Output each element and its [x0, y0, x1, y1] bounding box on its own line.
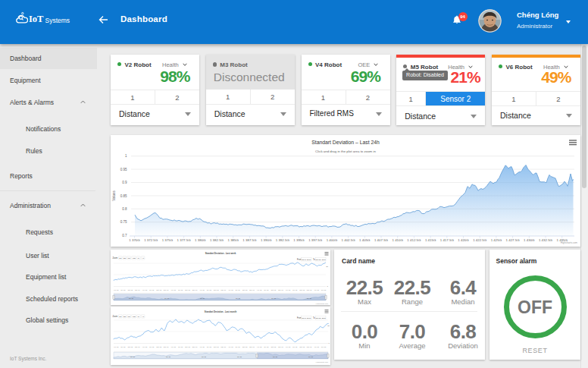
- svg-text:Apr '15: Apr '15: [314, 289, 320, 291]
- svg-text:6m: 6m: [128, 316, 130, 317]
- svg-text:Apr '15: Apr '15: [114, 346, 120, 348]
- svg-text:Jul '15: Jul '15: [120, 346, 126, 348]
- svg-text:Apr '15: Apr '15: [285, 289, 291, 291]
- svg-text:0.95: 0.95: [120, 168, 127, 171]
- svg-text:1 385G: 1 385G: [227, 238, 239, 242]
- svg-text:Apr '15: Apr '15: [142, 289, 148, 291]
- svg-text:1 412.5G: 1 412.5G: [407, 238, 421, 242]
- svg-text:Jan '16: Jan '16: [220, 346, 227, 348]
- svg-text:Jan '16: Jan '16: [135, 289, 141, 291]
- svg-text:1 410G: 1 410G: [392, 238, 403, 242]
- svg-text:Highcharts.com: Highcharts.com: [315, 361, 328, 363]
- svg-text:Jan '16: Jan '16: [164, 346, 170, 348]
- svg-text:Oct '15: Oct '15: [185, 289, 191, 291]
- svg-text:Jan '16: Jan '16: [192, 289, 198, 291]
- svg-text:Jan '16: Jan '16: [278, 289, 284, 291]
- svg-text:Jul '15: Jul '15: [130, 356, 136, 357]
- svg-text:Jul '15: Jul '15: [207, 289, 212, 291]
- svg-text:Oct '15: Oct '15: [214, 289, 220, 291]
- svg-text:0.7: 0.7: [122, 234, 127, 237]
- svg-text:0: 0: [329, 342, 330, 344]
- svg-text:Oct '15: Oct '15: [299, 346, 305, 348]
- svg-text:Apr '15: Apr '15: [228, 289, 234, 291]
- svg-text:Zoom: Zoom: [113, 256, 118, 259]
- svg-text:Apr '15: Apr '15: [285, 346, 291, 348]
- svg-text:Oct '15: Oct '15: [242, 346, 249, 348]
- svg-text:Jan '16: Jan '16: [164, 289, 170, 291]
- svg-text:Jul '15: Jul '15: [273, 356, 278, 357]
- svg-text:1 395G: 1 395G: [293, 238, 305, 242]
- svg-text:Oct '15: Oct '15: [185, 346, 191, 348]
- svg-text:Jul '15: Jul '15: [264, 346, 269, 348]
- svg-text:Jul '15: Jul '15: [321, 289, 327, 291]
- svg-text:Jul '15: Jul '15: [307, 297, 312, 299]
- svg-text:Oct '15: Oct '15: [156, 289, 162, 291]
- svg-text:From: From: [297, 316, 302, 319]
- svg-text:Jan '16: Jan '16: [192, 346, 198, 348]
- svg-text:80: 80: [327, 325, 330, 327]
- svg-text:1m: 1m: [119, 316, 121, 317]
- svg-text:Jul '15: Jul '15: [149, 346, 155, 348]
- svg-text:3m: 3m: [124, 316, 126, 317]
- svg-text:Jul '15: Jul '15: [292, 346, 298, 348]
- svg-text:Jan '16: Jan '16: [135, 346, 141, 348]
- svg-text:Values: Values: [112, 190, 116, 201]
- svg-text:3m: 3m: [124, 257, 126, 259]
- svg-text:Jul '15: Jul '15: [120, 289, 126, 291]
- svg-text:6m: 6m: [128, 257, 130, 259]
- svg-text:Oct '15: Oct '15: [156, 346, 162, 348]
- svg-text:Oct '15: Oct '15: [242, 289, 249, 291]
- svg-text:Jul '15: Jul '15: [202, 356, 207, 357]
- svg-text:Jul '15: Jul '15: [321, 346, 327, 348]
- svg-text:Jan '16: Jan '16: [249, 346, 255, 348]
- svg-text:Click and drag in the plot are: Click and drag in the plot area to zoom …: [315, 149, 376, 153]
- svg-text:Jan '16: Jan '16: [307, 346, 313, 348]
- svg-text:Jul '15: Jul '15: [292, 289, 298, 291]
- svg-text:0.8: 0.8: [122, 207, 127, 211]
- svg-text:Jul '15: Jul '15: [264, 289, 269, 291]
- svg-text:Apr '15: Apr '15: [199, 346, 205, 348]
- svg-text:Standart Deviation – Last 24h: Standart Deviation – Last 24h: [311, 140, 380, 145]
- svg-text:Jul '15: Jul '15: [164, 297, 170, 299]
- svg-text:Jul '15: Jul '15: [129, 297, 134, 299]
- svg-text:1 430G: 1 430G: [524, 238, 535, 242]
- svg-text:Jul '15: Jul '15: [149, 289, 155, 291]
- svg-text:1 427.5G: 1 427.5G: [506, 238, 521, 242]
- svg-text:1 422.5G: 1 422.5G: [473, 238, 487, 242]
- svg-text:Highcharts.com: Highcharts.com: [561, 241, 577, 244]
- svg-text:YTD: YTD: [132, 257, 136, 259]
- svg-text:1 400G: 1 400G: [327, 238, 338, 242]
- svg-text:Apr '15: Apr '15: [142, 346, 148, 348]
- svg-text:Jul '15: Jul '15: [178, 289, 183, 291]
- svg-text:1 432.5G: 1 432.5G: [539, 238, 553, 242]
- svg-text:Apr '15: Apr '15: [170, 289, 177, 291]
- svg-text:0.75: 0.75: [120, 220, 127, 224]
- svg-text:1 380G: 1 380G: [195, 238, 206, 242]
- svg-text:Oct '15: Oct '15: [299, 289, 305, 291]
- svg-text:30: 30: [326, 266, 328, 268]
- svg-text:1 425G: 1 425G: [491, 238, 502, 242]
- svg-text:Jul '15: Jul '15: [200, 297, 205, 299]
- svg-text:Jul '15: Jul '15: [235, 346, 240, 348]
- svg-text:Jul '15: Jul '15: [237, 356, 242, 357]
- svg-text:Zoom: Zoom: [113, 315, 118, 318]
- svg-text:1 382.5G: 1 382.5G: [210, 238, 224, 242]
- svg-text:Apr '15: Apr '15: [199, 289, 205, 291]
- svg-text:Oct '15: Oct '15: [214, 346, 220, 348]
- svg-text:Jul '15: Jul '15: [271, 297, 277, 299]
- svg-text:1 377.5G: 1 377.5G: [177, 238, 192, 242]
- svg-text:Apr '15: Apr '15: [170, 346, 177, 348]
- svg-text:1 415G: 1 415G: [425, 238, 436, 242]
- svg-text:Jul '15: Jul '15: [308, 356, 314, 357]
- svg-text:Apr '15: Apr '15: [114, 289, 120, 291]
- svg-text:Oct '15: Oct '15: [127, 289, 133, 291]
- svg-text:Jan '16: Jan '16: [278, 346, 284, 348]
- svg-text:1 392.5G: 1 392.5G: [276, 238, 290, 242]
- svg-text:1 390G: 1 390G: [261, 238, 272, 242]
- svg-text:Highcharts.com: Highcharts.com: [315, 303, 328, 305]
- svg-text:From: From: [297, 258, 302, 261]
- svg-text:Apr '15: Apr '15: [314, 346, 320, 348]
- svg-text:Apr '15: Apr '15: [257, 346, 263, 348]
- svg-text:Jan '16: Jan '16: [249, 289, 255, 291]
- svg-text:1 397.5G: 1 397.5G: [308, 238, 323, 242]
